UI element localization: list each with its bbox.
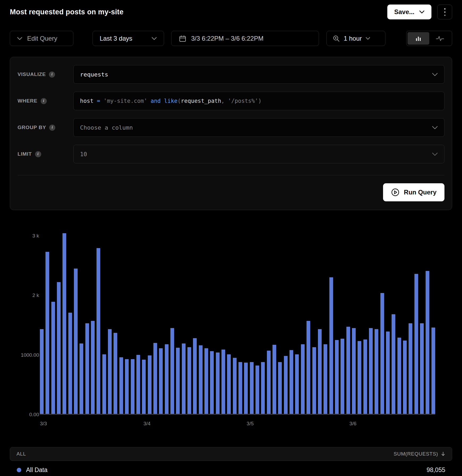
chart-bar[interactable] <box>420 323 424 414</box>
chart-bar[interactable] <box>136 355 140 414</box>
chart-bar[interactable] <box>272 345 276 414</box>
info-icon[interactable]: i <box>35 151 41 157</box>
bar-chart-toggle[interactable] <box>408 32 429 45</box>
chevron-down-icon <box>419 10 425 14</box>
chart-bar[interactable] <box>255 366 259 414</box>
granularity-select[interactable]: 1 hour <box>326 31 385 46</box>
chart-bar[interactable] <box>85 323 89 414</box>
chart-bar[interactable] <box>346 327 350 414</box>
chart-bar[interactable] <box>386 332 390 414</box>
chart-bar[interactable] <box>397 338 401 414</box>
chart-bar[interactable] <box>68 313 72 414</box>
chart-bar[interactable] <box>369 328 373 414</box>
chart-bar[interactable] <box>306 321 310 414</box>
chart-bar[interactable] <box>318 329 322 414</box>
date-range-button[interactable]: 3/3 6:22PM – 3/6 6:22PM <box>171 31 319 46</box>
time-range-select[interactable]: Last 3 days <box>93 31 164 46</box>
chart-bar[interactable] <box>375 329 378 414</box>
chart-bar[interactable] <box>284 356 288 414</box>
where-token: ) <box>258 98 262 104</box>
chart-bar[interactable] <box>74 269 78 414</box>
chart-bar[interactable] <box>341 339 344 414</box>
chart-bar[interactable] <box>79 343 83 414</box>
chart-bar[interactable] <box>159 348 163 414</box>
info-icon[interactable]: i <box>49 71 55 78</box>
chart-bar[interactable] <box>153 343 157 414</box>
chart-bar[interactable] <box>210 351 214 414</box>
chart-bar[interactable] <box>403 341 407 414</box>
chart-bar[interactable] <box>57 282 61 414</box>
chart-bar[interactable] <box>142 360 146 414</box>
chart-bar[interactable] <box>45 252 49 414</box>
info-icon[interactable]: i <box>41 98 47 104</box>
visualize-select[interactable]: requests <box>73 65 444 84</box>
chart-bar[interactable] <box>125 359 129 414</box>
chart-bar[interactable] <box>182 343 186 414</box>
chart-bar[interactable] <box>96 248 100 414</box>
chart-bar[interactable] <box>62 233 66 414</box>
play-circle-icon <box>391 188 400 197</box>
chart-bar[interactable] <box>261 362 265 414</box>
header-actions: Save... <box>387 5 452 19</box>
chart-bar[interactable] <box>176 348 180 414</box>
chart-bar[interactable] <box>91 321 95 414</box>
chart-bar[interactable] <box>165 344 169 414</box>
where-label: WHERE i <box>18 98 73 104</box>
requests-bar-chart: 3 k2 k1000.000.00 3/33/43/53/6 <box>10 229 452 431</box>
chart-bar[interactable] <box>102 354 106 414</box>
chart-bar[interactable] <box>289 350 293 414</box>
limit-select[interactable]: 10 <box>73 145 444 163</box>
chart-bar[interactable] <box>324 344 327 414</box>
chart-bar[interactable] <box>352 328 356 414</box>
group-by-select[interactable]: Choose a column <box>73 118 444 137</box>
result-table-row[interactable]: All Data 98,055 <box>10 462 452 476</box>
chart-bar[interactable] <box>40 329 44 414</box>
chart-bar[interactable] <box>295 354 299 414</box>
chart-bar[interactable] <box>278 362 282 414</box>
chart-bar[interactable] <box>250 362 254 414</box>
chart-bar[interactable] <box>221 350 225 414</box>
chart-bar[interactable] <box>233 358 237 414</box>
chart-bar[interactable] <box>148 355 152 414</box>
chart-bar[interactable] <box>204 348 208 414</box>
chart-bar[interactable] <box>363 339 367 414</box>
chart-bar[interactable] <box>238 362 242 414</box>
line-chart-toggle[interactable] <box>429 32 451 45</box>
chart-bar[interactable] <box>329 277 333 414</box>
save-button[interactable]: Save... <box>387 5 431 19</box>
query-panel: VISUALIZE i requests WHERE i host = 'my-… <box>10 57 452 210</box>
chart-bar[interactable] <box>227 354 231 414</box>
where-input[interactable]: host = 'my-site.com' and like(request_pa… <box>73 92 444 110</box>
chart-bar[interactable] <box>431 328 435 414</box>
chart-bar[interactable] <box>301 344 305 414</box>
calendar-icon <box>179 35 186 42</box>
limit-label-text: LIMIT <box>18 151 32 157</box>
chart-bar[interactable] <box>358 341 361 414</box>
chart-bar[interactable] <box>216 352 220 414</box>
chart-bar[interactable] <box>380 293 384 414</box>
chart-bar[interactable] <box>51 302 55 414</box>
info-icon[interactable]: i <box>49 125 55 131</box>
group-by-placeholder: Choose a column <box>80 124 133 131</box>
chart-bar[interactable] <box>392 314 395 414</box>
chart-bar[interactable] <box>426 271 429 414</box>
chart-bar[interactable] <box>187 347 191 414</box>
more-menu-button[interactable] <box>437 5 452 19</box>
chart-bar[interactable] <box>267 351 271 414</box>
chart-bar[interactable] <box>131 359 135 414</box>
chart-bar[interactable] <box>335 340 339 414</box>
chart-bar[interactable] <box>170 328 174 414</box>
chart-bar[interactable] <box>119 357 123 414</box>
chart-bar[interactable] <box>409 323 412 414</box>
edit-query-button[interactable]: Edit Query <box>10 31 73 46</box>
chart-bar[interactable] <box>244 363 248 414</box>
chart-bar[interactable] <box>114 333 117 414</box>
chart-bar[interactable] <box>199 345 203 414</box>
column-sum[interactable]: SUM(REQUESTS) <box>394 451 446 457</box>
chart-bar[interactable] <box>414 274 418 414</box>
chart-bar[interactable] <box>193 338 197 414</box>
chart-bar[interactable] <box>312 347 316 414</box>
chart-bar[interactable] <box>108 329 112 414</box>
chart-plot[interactable] <box>40 229 435 415</box>
run-query-button[interactable]: Run Query <box>383 183 444 201</box>
